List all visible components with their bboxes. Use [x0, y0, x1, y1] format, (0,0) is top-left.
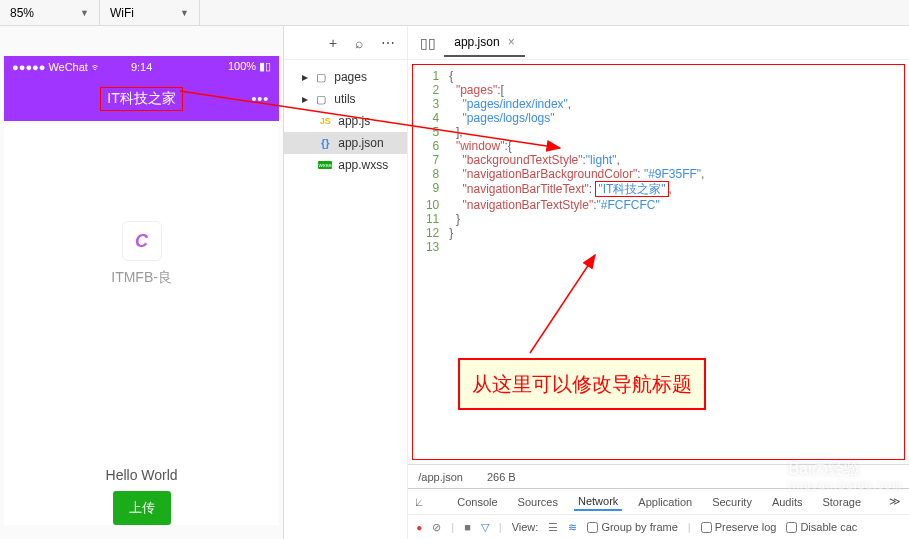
json-file-icon: {} [318, 137, 332, 149]
add-icon[interactable]: + [329, 35, 337, 51]
status-left: ●●●●● WeChat ᯤ [12, 61, 102, 73]
top-toolbar: 85% ▼ WiFi ▼ [0, 0, 909, 26]
upload-button[interactable]: 上传 [113, 491, 171, 525]
file-tree-toolbar: + ⌕ ⋯ [284, 26, 407, 60]
status-time: 9:14 [131, 61, 152, 73]
file-tree-pane: + ⌕ ⋯ ▸▢pages ▸▢utils JSapp.js {}app.jso… [284, 26, 408, 539]
more-icon[interactable]: ⋯ [381, 35, 395, 51]
camera-icon[interactable]: ■ [464, 521, 471, 533]
tab-application[interactable]: Application [634, 494, 696, 510]
simulator-pane: ●●●●● WeChat ᯤ 9:14 100% ▮▯ IT科技之家 ••• C… [0, 26, 284, 539]
chevron-right-icon: ▸ [302, 92, 308, 106]
folder-pages[interactable]: ▸▢pages [284, 66, 407, 88]
zoom-select[interactable]: 85% ▼ [0, 0, 100, 25]
tab-audits[interactable]: Audits [768, 494, 807, 510]
zoom-value: 85% [10, 6, 34, 20]
more-icon[interactable]: ≫ [889, 495, 901, 508]
file-path: /app.json [418, 471, 463, 483]
hello-text: Hello World [4, 467, 279, 483]
folder-icon: ▢ [314, 71, 328, 84]
tab-sources[interactable]: Sources [514, 494, 562, 510]
devtools-toolbar: ● ⊘ | ■ ▽ | View: ☰ ≋ Group by frame | P… [408, 515, 909, 539]
file-size: 266 B [487, 471, 516, 483]
clear-icon[interactable]: ⊘ [432, 521, 441, 534]
tab-app-json[interactable]: app.json × [444, 29, 524, 57]
editor-tabs: ▯▯ app.json × [408, 26, 909, 60]
preserve-log-checkbox[interactable]: Preserve log [701, 521, 777, 533]
tab-security[interactable]: Security [708, 494, 756, 510]
folder-icon: ▢ [314, 93, 328, 106]
logo-caption: ITMFB-良 [4, 269, 279, 287]
large-view-icon[interactable]: ☰ [548, 521, 558, 534]
waterfall-icon[interactable]: ≋ [568, 521, 577, 534]
close-icon[interactable]: × [508, 35, 515, 49]
file-app-json[interactable]: {}app.json [284, 132, 407, 154]
file-tree: ▸▢pages ▸▢utils JSapp.js {}app.json wxss… [284, 60, 407, 182]
folder-utils[interactable]: ▸▢utils [284, 88, 407, 110]
inspect-icon[interactable]: ⟀ [416, 496, 423, 508]
network-value: WiFi [110, 6, 134, 20]
file-app-wxss[interactable]: wxssapp.wxss [284, 154, 407, 176]
app-logo: C [122, 221, 162, 261]
search-icon[interactable]: ⌕ [355, 35, 363, 51]
nav-title: IT科技之家 [100, 87, 182, 111]
more-icon[interactable]: ••• [251, 91, 269, 107]
wxss-file-icon: wxss [318, 161, 332, 169]
tab-console[interactable]: Console [453, 494, 501, 510]
filter-icon[interactable]: ▽ [481, 521, 489, 534]
disable-cache-checkbox[interactable]: Disable cac [786, 521, 857, 533]
chevron-down-icon: ▼ [80, 8, 89, 18]
view-label: View: [512, 521, 539, 533]
js-file-icon: JS [318, 116, 332, 126]
devtools-panel: ⟀ Console Sources Network Application Se… [408, 488, 909, 539]
group-by-frame-checkbox[interactable]: Group by frame [587, 521, 677, 533]
tab-label: app.json [454, 35, 499, 49]
network-select[interactable]: WiFi ▼ [100, 0, 200, 25]
tab-storage[interactable]: Storage [818, 494, 865, 510]
file-app-js[interactable]: JSapp.js [284, 110, 407, 132]
record-icon[interactable]: ● [416, 522, 422, 533]
phone-simulator: ●●●●● WeChat ᯤ 9:14 100% ▮▯ IT科技之家 ••• C… [4, 56, 279, 525]
split-icon[interactable]: ▯▯ [412, 35, 444, 51]
navigation-bar: IT科技之家 ••• [4, 77, 279, 121]
chevron-right-icon: ▸ [302, 70, 308, 84]
highlighted-title-value: "IT科技之家" [595, 181, 668, 197]
status-right: 100% ▮▯ [228, 60, 271, 73]
annotation-callout: 从这里可以修改导航标题 [458, 358, 706, 410]
watermark: Baiの经验 jingyan.baidu.com [788, 459, 903, 491]
devtools-tabs: ⟀ Console Sources Network Application Se… [408, 489, 909, 515]
tab-network[interactable]: Network [574, 493, 622, 511]
chevron-down-icon: ▼ [180, 8, 189, 18]
status-bar: ●●●●● WeChat ᯤ 9:14 100% ▮▯ [4, 56, 279, 77]
